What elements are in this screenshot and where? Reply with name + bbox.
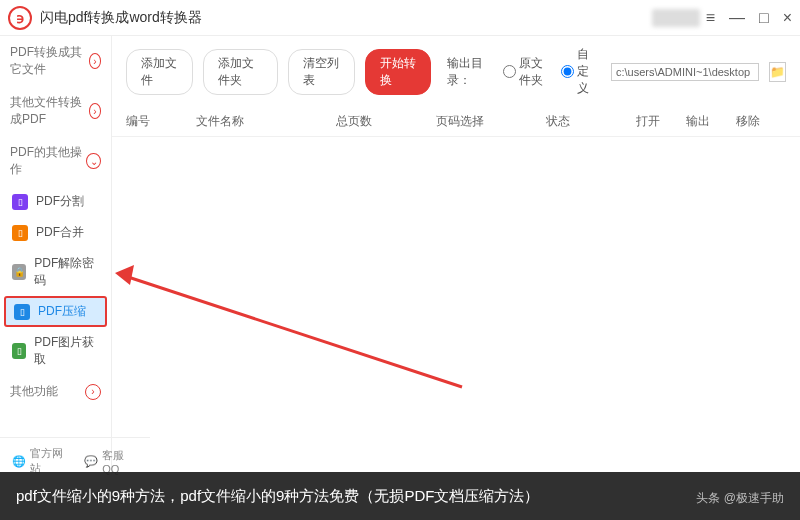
file-list-empty: [112, 137, 800, 476]
minimize-button[interactable]: —: [729, 9, 745, 27]
content-area: 添加文件 添加文件夹 清空列表 开始转换 输出目录： 原文件夹 自定义 📁 编号…: [112, 36, 800, 476]
merge-icon: ▯: [12, 225, 28, 241]
sidebar-cat-other[interactable]: 其他功能 ›: [0, 375, 111, 408]
app-title: 闪电pdf转换成word转换器: [40, 9, 652, 27]
image-icon: ▯: [12, 343, 26, 359]
user-badge: [652, 9, 700, 27]
col-index: 编号: [126, 113, 196, 130]
app-logo-icon: ϶: [8, 6, 32, 30]
output-label: 输出目录：: [447, 55, 493, 89]
annotation-arrow-icon: [112, 137, 612, 437]
col-remove: 移除: [736, 113, 786, 130]
col-status: 状态: [546, 113, 636, 130]
radio-original-folder[interactable]: 原文件夹: [503, 55, 552, 89]
svg-marker-1: [115, 265, 134, 285]
toolbar: 添加文件 添加文件夹 清空列表 开始转换 输出目录： 原文件夹 自定义 📁: [112, 36, 800, 107]
lock-icon: 🔒: [12, 264, 26, 280]
table-header: 编号 文件名称 总页数 页码选择 状态 打开 输出 移除: [112, 107, 800, 137]
col-open: 打开: [636, 113, 686, 130]
sidebar-item-split[interactable]: ▯ PDF分割: [0, 186, 111, 217]
sidebar: PDF转换成其它文件 › 其他文件转换成PDF › PDF的其他操作 ⌄ ▯ P…: [0, 36, 112, 476]
close-button[interactable]: ×: [783, 9, 792, 27]
chevron-icon: ›: [89, 53, 101, 69]
sidebar-cat-pdf-to-other[interactable]: PDF转换成其它文件 ›: [0, 36, 111, 86]
chevron-down-icon: ⌄: [86, 153, 101, 169]
chevron-icon: ›: [85, 384, 101, 400]
col-pages: 总页数: [336, 113, 436, 130]
col-filename: 文件名称: [196, 113, 336, 130]
add-folder-button[interactable]: 添加文件夹: [203, 49, 279, 95]
titlebar: ϶ 闪电pdf转换成word转换器 ≡ — □ ×: [0, 0, 800, 36]
svg-line-0: [122, 275, 462, 387]
start-convert-button[interactable]: 开始转换: [365, 49, 432, 95]
sidebar-item-merge[interactable]: ▯ PDF合并: [0, 217, 111, 248]
clear-list-button[interactable]: 清空列表: [288, 49, 355, 95]
sidebar-item-compress[interactable]: ▯ PDF压缩: [4, 296, 107, 327]
add-file-button[interactable]: 添加文件: [126, 49, 193, 95]
sidebar-cat-other-to-pdf[interactable]: 其他文件转换成PDF ›: [0, 86, 111, 136]
caption-author: 头条 @极速手助: [696, 489, 784, 508]
caption-text: pdf文件缩小的9种方法，pdf文件缩小的9种方法免费（无损PDF文档压缩方法）: [16, 484, 539, 508]
caption-overlay: pdf文件缩小的9种方法，pdf文件缩小的9种方法免费（无损PDF文档压缩方法）…: [0, 472, 800, 520]
browse-folder-button[interactable]: 📁: [769, 62, 786, 82]
split-icon: ▯: [12, 194, 28, 210]
compress-icon: ▯: [14, 304, 30, 320]
sidebar-item-unlock[interactable]: 🔒 PDF解除密码: [0, 248, 111, 296]
sidebar-item-extract[interactable]: ▯ PDF图片获取: [0, 327, 111, 375]
chevron-icon: ›: [89, 103, 101, 119]
maximize-button[interactable]: □: [759, 9, 769, 27]
output-path-input[interactable]: [611, 63, 759, 81]
radio-custom-folder[interactable]: 自定义: [561, 46, 601, 97]
menu-icon[interactable]: ≡: [706, 9, 715, 27]
sidebar-cat-pdf-ops[interactable]: PDF的其他操作 ⌄: [0, 136, 111, 186]
col-page-select: 页码选择: [436, 113, 546, 130]
col-output: 输出: [686, 113, 736, 130]
